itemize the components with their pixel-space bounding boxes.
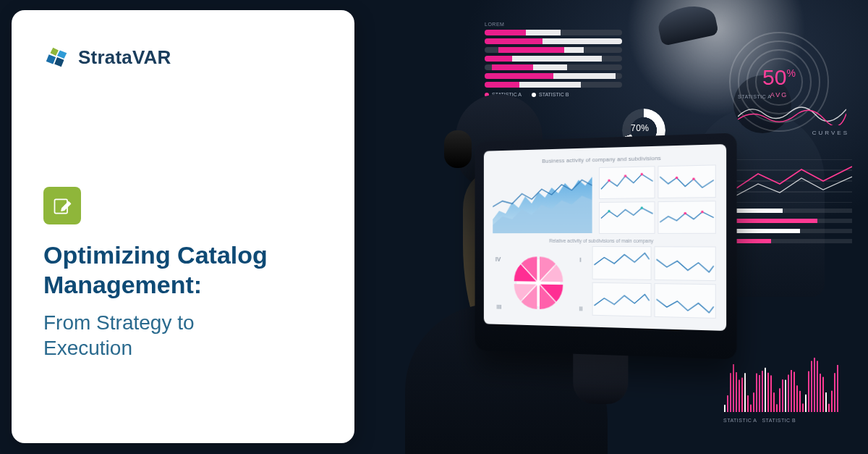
svg-rect-19 [762, 371, 763, 412]
svg-rect-32 [799, 391, 801, 412]
svg-rect-36 [811, 361, 812, 412]
hud-vertical-bars: STATISTIC A STATISTIC B [723, 347, 846, 434]
analytics-monitor: Business activity of company and subdivi… [463, 138, 738, 355]
brand-name: StrataVAR [78, 46, 171, 69]
mini-charts-2 [592, 246, 716, 321]
hud-bar [485, 64, 622, 70]
side-bar [736, 209, 852, 213]
svg-rect-30 [793, 372, 795, 412]
content-card: StrataVAR Optimizing Catalog Management:… [12, 10, 354, 443]
svg-rect-24 [776, 404, 778, 412]
svg-rect-41 [825, 392, 827, 412]
hud-bar [485, 38, 622, 44]
svg-rect-12 [741, 378, 743, 412]
svg-rect-9 [733, 364, 734, 412]
svg-rect-14 [747, 395, 749, 412]
edit-note-icon [43, 187, 81, 224]
side-bar [736, 229, 852, 233]
svg-rect-38 [817, 361, 818, 412]
svg-rect-25 [779, 388, 780, 412]
area-chart [493, 167, 592, 234]
pie-q4: IV [495, 256, 501, 263]
svg-rect-31 [796, 385, 798, 412]
photo-scene: LOREM STATISTIC A STATISTIC B 70% 50% AV… [354, 0, 868, 454]
screen-title: Business activity of company and subdivi… [493, 154, 716, 166]
svg-rect-37 [814, 358, 815, 412]
svg-rect-15 [750, 405, 752, 412]
svg-point-54 [701, 211, 704, 214]
grid-line-chart-icon [736, 159, 852, 203]
headline-subtitle: From Strategy to Execution [43, 310, 275, 361]
svg-rect-7 [727, 395, 728, 412]
wave-label-a: STATISTIC A [738, 94, 771, 99]
headline-title: Optimizing Catalog Management: [43, 240, 318, 300]
pie-q3: III [497, 303, 502, 311]
svg-rect-22 [770, 375, 772, 412]
svg-rect-26 [782, 379, 783, 412]
svg-point-53 [684, 212, 687, 215]
side-bar [736, 239, 852, 243]
side-bar [736, 219, 852, 223]
svg-rect-13 [744, 373, 746, 412]
hud-wave-chart: STATISTIC A [738, 94, 846, 130]
svg-rect-35 [808, 371, 809, 412]
stratavar-logo-icon [43, 43, 71, 71]
svg-rect-29 [791, 370, 792, 412]
screen-subtitle: Relative activity of subdivisions of mai… [493, 238, 716, 243]
gauge-value: 50% [762, 65, 796, 90]
hud-bar [485, 73, 622, 79]
svg-rect-8 [730, 373, 731, 412]
hud-side-bars [736, 159, 852, 261]
promo-graphic: StrataVAR Optimizing Catalog Management:… [0, 0, 868, 454]
svg-rect-20 [765, 368, 766, 412]
hud-gauge-70-label: 70% [631, 123, 650, 133]
pie-q2: II [579, 305, 583, 312]
mini-charts [599, 164, 716, 234]
pie-q1: I [579, 256, 581, 264]
hud-bar [485, 30, 622, 35]
svg-rect-45 [837, 365, 838, 412]
pie-chart: I II III IV [493, 246, 585, 319]
svg-rect-42 [828, 404, 830, 412]
brand-logo: StrataVAR [43, 43, 323, 71]
svg-rect-44 [834, 373, 835, 412]
svg-rect-16 [753, 392, 754, 412]
svg-rect-17 [756, 374, 757, 412]
monitor-screen: Business activity of company and subdivi… [484, 144, 726, 331]
svg-rect-21 [767, 373, 769, 412]
svg-rect-6 [724, 405, 726, 412]
svg-rect-10 [736, 372, 737, 412]
svg-rect-23 [773, 392, 775, 412]
svg-rect-27 [785, 380, 786, 412]
svg-rect-34 [805, 395, 807, 412]
svg-rect-43 [831, 391, 833, 412]
svg-rect-18 [759, 375, 760, 412]
svg-rect-28 [788, 375, 789, 412]
svg-rect-40 [822, 377, 824, 412]
psd-label-b: STATISTIC B [762, 418, 796, 423]
hud-spark-bars [731, 266, 846, 316]
hud-bar [485, 56, 622, 62]
psd-label-a: STATISTIC A [723, 418, 757, 423]
svg-rect-33 [802, 403, 804, 412]
gauge-corner-label: CURVES [812, 130, 849, 136]
svg-rect-39 [820, 374, 821, 412]
hud-bar [485, 47, 622, 53]
hud-bars-label: LOREM [485, 22, 622, 27]
svg-point-52 [641, 206, 643, 209]
svg-point-51 [608, 210, 610, 213]
svg-rect-11 [739, 379, 740, 412]
